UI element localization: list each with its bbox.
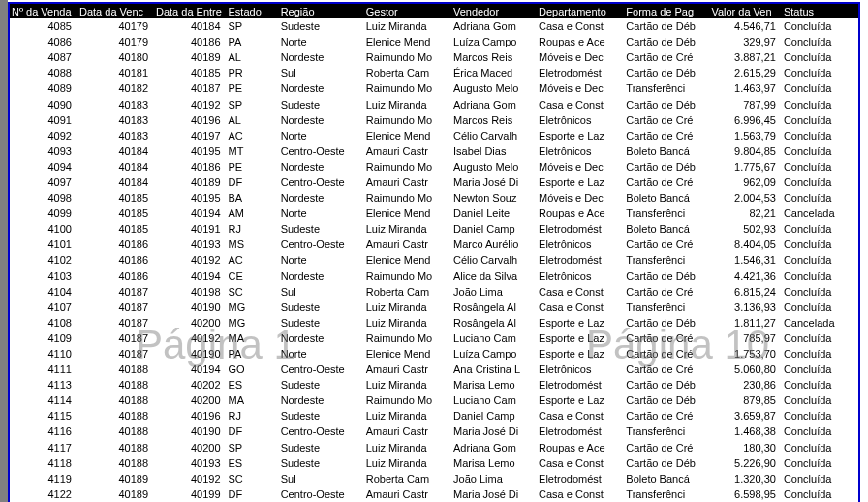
cell-st[interactable]: Concluída [782, 174, 858, 190]
cell-venc[interactable]: 40188 [78, 408, 154, 424]
cell-dep[interactable]: Eletrodomést [537, 377, 624, 392]
col-gestor[interactable]: Gestor [364, 4, 451, 18]
cell-st[interactable]: Concluída [782, 221, 858, 236]
cell-num[interactable]: 4099 [10, 205, 78, 221]
cell-reg[interactable]: Norte [279, 34, 364, 49]
cell-vend[interactable]: Maria José Di [451, 424, 537, 439]
cell-dep[interactable]: Eletrônicos [537, 112, 624, 128]
cell-dep[interactable]: Eletrodomést [537, 471, 624, 486]
cell-st[interactable]: Concluída [782, 392, 858, 408]
cell-venc[interactable]: 40181 [78, 65, 154, 80]
cell-st[interactable]: Concluída [782, 299, 858, 315]
cell-st[interactable]: Concluída [782, 143, 858, 159]
table-row[interactable]: 40994018540194AMNorteElenice MendDaniel … [10, 205, 858, 221]
cell-venc[interactable]: 40183 [78, 96, 154, 111]
cell-fp[interactable]: Boleto Bancá [624, 143, 709, 159]
cell-reg[interactable]: Norte [279, 128, 364, 143]
cell-fp[interactable]: Boleto Bancá [624, 471, 709, 486]
cell-num[interactable]: 4108 [10, 315, 78, 330]
cell-fp[interactable]: Cartão de Cré [624, 284, 709, 299]
cell-st[interactable]: Concluída [782, 190, 858, 205]
cell-num[interactable]: 4093 [10, 143, 78, 159]
cell-uf[interactable]: MG [227, 315, 279, 330]
cell-val[interactable]: 6.996,45 [709, 112, 782, 128]
table-row[interactable]: 41084018740200MGSudesteLuiz MirandaRosân… [10, 315, 858, 330]
cell-num[interactable]: 4104 [10, 284, 78, 299]
cell-val[interactable]: 785,97 [709, 330, 782, 346]
cell-vend[interactable]: Maria José Di [451, 486, 537, 502]
table-row[interactable]: 41194018940192SCSulRoberta CamJoão LimaE… [10, 471, 858, 486]
cell-val[interactable]: 5.226,90 [709, 455, 782, 471]
cell-dep[interactable]: Eletrônicos [537, 143, 624, 159]
cell-vend[interactable]: Daniel Leite [451, 205, 537, 221]
cell-uf[interactable]: AL [227, 49, 279, 65]
cell-st[interactable]: Concluída [782, 65, 858, 80]
cell-gest[interactable]: Roberta Cam [364, 471, 451, 486]
cell-reg[interactable]: Centro-Oeste [279, 236, 364, 252]
cell-st[interactable]: Concluída [782, 377, 858, 392]
cell-entr[interactable]: 40191 [154, 221, 227, 236]
cell-reg[interactable]: Nordeste [279, 112, 364, 128]
col-vendedor[interactable]: Vendedor [451, 4, 537, 18]
cell-fp[interactable]: Transferênci [624, 486, 709, 502]
cell-st[interactable]: Concluída [782, 252, 858, 267]
cell-dep[interactable]: Móveis e Dec [537, 190, 624, 205]
cell-vend[interactable]: Augusto Melo [451, 80, 537, 96]
cell-gest[interactable]: Luiz Miranda [364, 408, 451, 424]
cell-uf[interactable]: RJ [227, 221, 279, 236]
cell-num[interactable]: 4113 [10, 377, 78, 392]
cell-st[interactable]: Concluída [782, 424, 858, 439]
table-row[interactable]: 40884018140185PRSulRoberta CamÉrica Mace… [10, 65, 858, 80]
cell-dep[interactable]: Casa e Const [537, 486, 624, 502]
cell-fp[interactable]: Transferênci [624, 205, 709, 221]
cell-reg[interactable]: Centro-Oeste [279, 174, 364, 190]
cell-dep[interactable]: Eletrodomést [537, 65, 624, 80]
cell-uf[interactable]: BA [227, 190, 279, 205]
table-row[interactable]: 41154018840196RJSudesteLuiz MirandaDanie… [10, 408, 858, 424]
cell-num[interactable]: 4107 [10, 299, 78, 315]
cell-entr[interactable]: 40187 [154, 80, 227, 96]
cell-gest[interactable]: Raimundo Mo [364, 268, 451, 284]
table-row[interactable]: 41044018740198SCSulRoberta CamJoão LimaC… [10, 284, 858, 299]
cell-reg[interactable]: Centro-Oeste [279, 361, 364, 377]
cell-num[interactable]: 4091 [10, 112, 78, 128]
cell-dep[interactable]: Roupas e Ace [537, 205, 624, 221]
cell-uf[interactable]: GO [227, 361, 279, 377]
cell-vend[interactable]: Daniel Camp [451, 221, 537, 236]
cell-venc[interactable]: 40185 [78, 205, 154, 221]
cell-gest[interactable]: Elenice Mend [364, 346, 451, 361]
cell-uf[interactable]: AC [227, 252, 279, 267]
cell-gest[interactable]: Amauri Castr [364, 143, 451, 159]
cell-dep[interactable]: Casa e Const [537, 96, 624, 111]
cell-gest[interactable]: Luiz Miranda [364, 299, 451, 315]
cell-venc[interactable]: 40185 [78, 190, 154, 205]
cell-fp[interactable]: Cartão de Cré [624, 49, 709, 65]
cell-val[interactable]: 5.060,80 [709, 361, 782, 377]
cell-st[interactable]: Concluída [782, 361, 858, 377]
cell-num[interactable]: 4116 [10, 424, 78, 439]
table-row[interactable]: 40854017940184SPSudesteLuiz MirandaAdria… [10, 18, 858, 34]
cell-num[interactable]: 4119 [10, 471, 78, 486]
cell-num[interactable]: 4092 [10, 128, 78, 143]
cell-gest[interactable]: Amauri Castr [364, 361, 451, 377]
cell-dep[interactable]: Eletrodomést [537, 424, 624, 439]
cell-val[interactable]: 2.615,29 [709, 65, 782, 80]
cell-reg[interactable]: Norte [279, 252, 364, 267]
cell-num[interactable]: 4094 [10, 159, 78, 174]
cell-venc[interactable]: 40182 [78, 80, 154, 96]
cell-fp[interactable]: Transferênci [624, 299, 709, 315]
cell-entr[interactable]: 40200 [154, 440, 227, 455]
cell-val[interactable]: 6.815,24 [709, 284, 782, 299]
cell-dep[interactable]: Esporte e Laz [537, 128, 624, 143]
cell-vend[interactable]: Newton Souz [451, 190, 537, 205]
table-row[interactable]: 40874018040189ALNordesteRaimundo MoMarco… [10, 49, 858, 65]
cell-num[interactable]: 4115 [10, 408, 78, 424]
cell-val[interactable]: 1.468,38 [709, 424, 782, 439]
cell-fp[interactable]: Cartão de Déb [624, 377, 709, 392]
cell-uf[interactable]: PE [227, 80, 279, 96]
cell-uf[interactable]: DF [227, 174, 279, 190]
cell-st[interactable]: Concluída [782, 96, 858, 111]
cell-val[interactable]: 2.004,53 [709, 190, 782, 205]
col-status[interactable]: Status [782, 4, 858, 18]
cell-val[interactable]: 879,85 [709, 392, 782, 408]
